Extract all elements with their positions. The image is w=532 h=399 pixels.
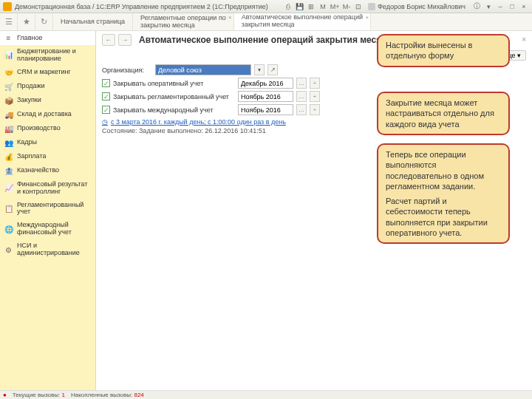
tb-m-plus[interactable]: M+ bbox=[330, 1, 340, 12]
history-icon[interactable]: ↻ bbox=[35, 13, 53, 30]
gear-icon: ⚙ bbox=[4, 246, 13, 254]
sidebar-item-intlaccount[interactable]: 🌐Международный финансовый учет bbox=[0, 219, 95, 239]
accum-calls-label: Накопленные вызовы: bbox=[71, 392, 132, 398]
close-page-icon[interactable]: × bbox=[522, 35, 526, 44]
callout-text: Расчет партий и себестоимости теперь вып… bbox=[386, 196, 501, 238]
maximize-icon[interactable]: □ bbox=[507, 1, 517, 12]
tb-m[interactable]: M bbox=[318, 1, 328, 12]
titlebar: Демонстрационная база / 1С:ERP Управлени… bbox=[0, 0, 532, 13]
month-ellipsis-icon[interactable]: … bbox=[296, 104, 307, 115]
sidebar-item-finresult[interactable]: 📈Финансовый результат и контроллинг bbox=[0, 178, 95, 199]
sidebar-item-budget[interactable]: 📊Бюджетирование и планирование bbox=[0, 45, 95, 66]
tab-close-icon[interactable]: × bbox=[365, 15, 369, 21]
sidebar-item-regaccount[interactable]: 📋Регламентированный учет bbox=[0, 199, 95, 219]
callout-text: Закрытие месяца может настраиваться отде… bbox=[386, 98, 494, 129]
row-label: Закрывать международный учет bbox=[113, 106, 235, 114]
handshake-icon: 🤝 bbox=[4, 69, 13, 77]
month-field[interactable]: Декабрь 2016 bbox=[238, 78, 293, 89]
star-icon[interactable]: ★ bbox=[18, 13, 35, 30]
status-dot-icon: ● bbox=[3, 392, 7, 398]
menu-icon[interactable]: ☰ bbox=[0, 13, 18, 30]
statusbar: ● Текущие вызовы: 1 Накопленные вызовы: … bbox=[0, 390, 532, 399]
tab-auto-close[interactable]: Автоматическое выполнение операций закры… bbox=[234, 13, 371, 30]
current-calls-label: Текущие вызовы: bbox=[13, 392, 60, 398]
sidebar-item-label: CRM и маркетинг bbox=[17, 69, 71, 76]
avatar-icon bbox=[368, 3, 375, 10]
schedule-text: с 3 марта 2016 г. каждый день; с 1:00:00… bbox=[111, 118, 286, 126]
factory-icon: 🏭 bbox=[4, 125, 13, 133]
tab-start[interactable]: Начальная страница bbox=[53, 13, 133, 30]
tb-save-icon[interactable]: 💾 bbox=[294, 1, 304, 12]
sidebar-item-purchase[interactable]: 📦Закупки bbox=[0, 94, 95, 108]
report-icon: 📈 bbox=[4, 184, 13, 192]
user-badge[interactable]: Федоров Борис Михайлович bbox=[368, 3, 466, 10]
nav-back-button[interactable]: ← bbox=[102, 34, 115, 46]
checkbox-operative[interactable]: ✓ bbox=[102, 79, 110, 87]
month-ellipsis-icon[interactable]: … bbox=[296, 91, 307, 102]
callout-text: Настройки вынесены в отдельную форму bbox=[386, 41, 472, 60]
callout-text: Теперь все операции выполняются последов… bbox=[386, 149, 501, 191]
sidebar-item-sales[interactable]: 🛒Продажи bbox=[0, 80, 95, 94]
month-stepper-icon[interactable]: ÷ bbox=[310, 91, 320, 102]
sidebar-item-label: Бюджетирование и планирование bbox=[17, 48, 91, 63]
tab-close-icon[interactable]: × bbox=[228, 15, 232, 21]
sidebar-item-crm[interactable]: 🤝CRM и маркетинг bbox=[0, 66, 95, 80]
clock-icon: ◷ bbox=[102, 118, 108, 126]
main-toolbar: ☰ ★ ↻ Начальная страница Регламентные оп… bbox=[0, 13, 532, 31]
truck-icon: 🚚 bbox=[4, 111, 13, 119]
page-title: Автоматическое выполнение операций закры… bbox=[139, 35, 392, 45]
minimize-icon[interactable]: – bbox=[495, 1, 505, 12]
row-operative: ✓ Закрывать оперативный учет Декабрь 201… bbox=[102, 78, 526, 89]
callout-sequential: Теперь все операции выполняются последов… bbox=[377, 143, 510, 244]
sidebar-item-admin[interactable]: ⚙НСИ и администрирование bbox=[0, 239, 95, 260]
close-window-icon[interactable]: × bbox=[519, 1, 529, 12]
sidebar-item-treasury[interactable]: 🏦Казначейство bbox=[0, 164, 95, 178]
box-icon: 📦 bbox=[4, 97, 13, 105]
tb-print-icon[interactable]: ⎙ bbox=[282, 1, 293, 12]
sidebar-item-salary[interactable]: 💰Зарплата bbox=[0, 150, 95, 164]
sidebar-item-label: Казначейство bbox=[17, 167, 59, 174]
tb-grid-icon[interactable]: ⊡ bbox=[353, 1, 364, 12]
month-stepper-icon[interactable]: ÷ bbox=[310, 104, 320, 115]
sidebar-item-label: НСИ и администрирование bbox=[17, 242, 91, 257]
current-calls-value: 1 bbox=[62, 392, 65, 398]
money-icon: 💰 bbox=[4, 153, 13, 161]
field-open-icon[interactable]: ↗ bbox=[267, 64, 278, 75]
month-field[interactable]: Ноябрь 2016 bbox=[238, 91, 293, 102]
bank-icon: 🏦 bbox=[4, 167, 13, 175]
sidebar-item-hr[interactable]: 👥Кадры bbox=[0, 136, 95, 150]
sidebar-item-label: Регламентированный учет bbox=[17, 202, 91, 216]
tb-info-icon[interactable]: ⓘ bbox=[471, 1, 482, 12]
sidebar-item-production[interactable]: 🏭Производство bbox=[0, 122, 95, 136]
sidebar-item-label: Продажи bbox=[17, 83, 45, 90]
tb-m-minus[interactable]: M- bbox=[341, 1, 352, 12]
tab-reglament[interactable]: Регламентные операции по закрытию месяца… bbox=[133, 13, 234, 30]
nav-fwd-button[interactable]: → bbox=[118, 34, 132, 46]
content-area: ← → Автоматическое выполнение операций з… bbox=[96, 31, 532, 390]
people-icon: 👥 bbox=[4, 139, 13, 147]
sidebar: ≡Главное 📊Бюджетирование и планирование … bbox=[0, 31, 96, 390]
sidebar-item-label: Кадры bbox=[17, 139, 37, 146]
field-dropdown-icon[interactable]: ▾ bbox=[254, 64, 265, 75]
callout-per-accounting: Закрытие месяца может настраиваться отде… bbox=[377, 92, 510, 135]
tb-calc-icon[interactable]: ⊞ bbox=[306, 1, 316, 12]
cart-icon: 🛒 bbox=[4, 83, 13, 91]
row-label: Закрывать оперативный учет bbox=[113, 80, 235, 87]
month-field[interactable]: Ноябрь 2016 bbox=[238, 104, 293, 115]
org-field[interactable]: Деловой союз bbox=[155, 64, 251, 75]
checkbox-reglament[interactable]: ✓ bbox=[102, 92, 110, 100]
app-icon bbox=[3, 2, 12, 11]
sidebar-item-label: Главное bbox=[17, 35, 42, 42]
month-ellipsis-icon[interactable]: … bbox=[296, 78, 307, 89]
window-title: Демонстрационная база / 1С:ERP Управлени… bbox=[15, 3, 268, 10]
sidebar-item-label: Международный финансовый учет bbox=[17, 222, 91, 236]
sidebar-item-main[interactable]: ≡Главное bbox=[0, 31, 95, 45]
tab-label-l2: закрытия месяца bbox=[242, 21, 363, 29]
tb-dropdown-icon[interactable]: ▾ bbox=[483, 1, 494, 12]
checkbox-intl[interactable]: ✓ bbox=[102, 106, 110, 114]
month-stepper-icon[interactable]: ÷ bbox=[310, 78, 320, 89]
sidebar-item-warehouse[interactable]: 🚚Склад и доставка bbox=[0, 108, 95, 122]
accum-calls-value: 824 bbox=[134, 392, 143, 398]
tab-label: Начальная страница bbox=[61, 18, 125, 26]
status-label: Состояние: bbox=[102, 127, 137, 134]
